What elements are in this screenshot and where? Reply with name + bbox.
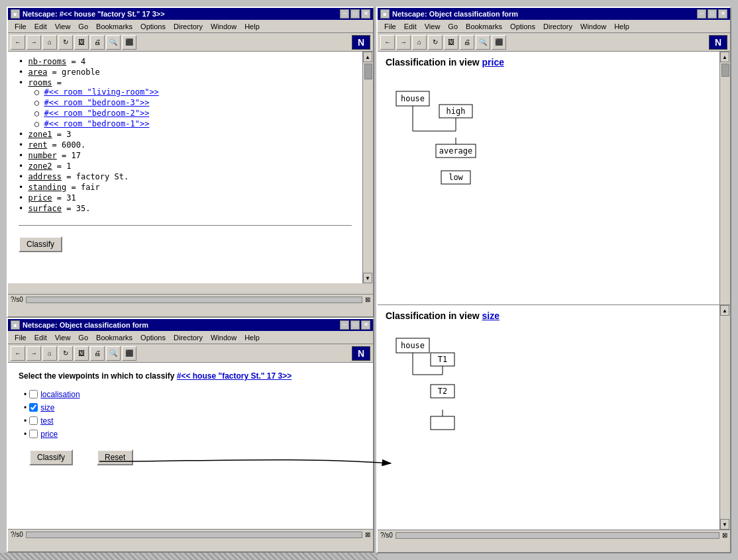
background-hatch-bottom bbox=[0, 553, 378, 560]
menu-window-r[interactable]: Window bbox=[576, 22, 610, 31]
back-btn-1[interactable]: ← bbox=[11, 35, 25, 50]
label-price[interactable]: price bbox=[40, 430, 58, 439]
menu-options-2[interactable]: Options bbox=[136, 333, 170, 342]
menu-directory-r[interactable]: Directory bbox=[539, 22, 576, 31]
classif-price-title: Classification in view price bbox=[378, 52, 730, 73]
classify-button-top[interactable]: Classify bbox=[19, 236, 62, 252]
menu-window-1[interactable]: Window bbox=[207, 22, 240, 31]
window-right: ■ Netscape: Object classification form ─… bbox=[376, 7, 731, 553]
menu-help-1[interactable]: Help bbox=[240, 22, 264, 31]
toolbar-right: ← → ⌂ ↻ 🖼 🖨 🔍 ⬛ N bbox=[378, 33, 730, 52]
reload-btn-r[interactable]: ↻ bbox=[428, 35, 443, 50]
price-view-link[interactable]: price bbox=[482, 57, 504, 68]
minimize-btn-top-left[interactable]: ─ bbox=[340, 9, 349, 19]
back-btn-r[interactable]: ← bbox=[380, 35, 395, 50]
forward-btn-2[interactable]: → bbox=[26, 346, 41, 361]
print-btn-r[interactable]: 🖨 bbox=[460, 35, 474, 50]
home-btn-2[interactable]: ⌂ bbox=[42, 346, 57, 361]
find-btn-1[interactable]: 🔍 bbox=[106, 35, 121, 50]
close-btn-right[interactable]: ✕ bbox=[718, 9, 727, 19]
room-link-1[interactable]: #<< room "living-room">> bbox=[44, 87, 158, 97]
form-buttons: Classify Reset bbox=[19, 444, 352, 471]
status-icon-1: ?/s0 bbox=[11, 296, 23, 303]
menubar-top-left: File Edit View Go Bookmarks Options Dire… bbox=[8, 20, 373, 33]
netscape-logo-r: N bbox=[709, 35, 727, 50]
label-localisation[interactable]: localisation bbox=[40, 390, 79, 399]
svg-text:house: house bbox=[401, 94, 425, 103]
images-btn-1[interactable]: 🖼 bbox=[74, 35, 89, 50]
menu-help-2[interactable]: Help bbox=[240, 333, 264, 342]
menu-help-r[interactable]: Help bbox=[610, 22, 633, 31]
menu-edit-1[interactable]: Edit bbox=[30, 22, 51, 31]
checkbox-size-item: size bbox=[24, 403, 352, 412]
menu-file-2[interactable]: File bbox=[11, 333, 30, 342]
svg-text:T1: T1 bbox=[438, 355, 447, 364]
menu-bookmarks-r[interactable]: Bookmarks bbox=[462, 22, 506, 31]
toolbar-top-left: ← → ⌂ ↻ 🖼 🖨 🔍 ⬛ N bbox=[8, 33, 373, 52]
checkbox-test[interactable] bbox=[29, 416, 38, 425]
home-btn-r[interactable]: ⌂ bbox=[412, 35, 427, 50]
room-link-2[interactable]: #<< room "bedroom-3">> bbox=[44, 98, 149, 107]
netscape-logo-1: N bbox=[352, 35, 370, 50]
form-object-link[interactable]: #<< house "factory St." 17 3>> bbox=[177, 371, 291, 381]
forward-btn-r[interactable]: → bbox=[396, 35, 411, 50]
reset-button-form[interactable]: Reset bbox=[97, 449, 133, 465]
menu-view-r[interactable]: View bbox=[421, 22, 445, 31]
checkbox-price[interactable] bbox=[29, 430, 38, 438]
statusbar-top-left: ?/s0 ⊠ bbox=[8, 294, 373, 304]
room-link-4[interactable]: #<< room "bedroom-1">> bbox=[44, 119, 149, 128]
print-btn-1[interactable]: 🖨 bbox=[90, 35, 105, 50]
menu-window-2[interactable]: Window bbox=[207, 333, 240, 342]
menu-options-1[interactable]: Options bbox=[136, 22, 170, 31]
tree-size: house T1 T2 bbox=[378, 326, 643, 445]
minimize-btn-middle[interactable]: ─ bbox=[340, 320, 349, 330]
menu-view-1[interactable]: View bbox=[51, 22, 75, 31]
menu-go-r[interactable]: Go bbox=[444, 22, 462, 31]
status-right-1: ⊠ bbox=[365, 296, 370, 303]
close-btn-middle[interactable]: ✕ bbox=[361, 320, 370, 330]
menu-file-r[interactable]: File bbox=[380, 22, 400, 31]
status-right-r: ⊠ bbox=[722, 532, 727, 539]
minimize-btn-right[interactable]: ─ bbox=[697, 9, 706, 19]
label-size[interactable]: size bbox=[40, 403, 54, 412]
stop-btn-r[interactable]: ⬛ bbox=[492, 35, 506, 50]
menu-directory-2[interactable]: Directory bbox=[170, 333, 207, 342]
menu-bookmarks-2[interactable]: Bookmarks bbox=[92, 333, 136, 342]
size-view-link[interactable]: size bbox=[482, 310, 500, 321]
find-btn-2[interactable]: 🔍 bbox=[106, 346, 121, 361]
classify-button-form[interactable]: Classify bbox=[29, 449, 73, 465]
window-middle-left: ■ Netscape: Object classification form ─… bbox=[7, 318, 374, 553]
svg-rect-24 bbox=[431, 416, 454, 430]
reload-btn-1[interactable]: ↻ bbox=[58, 35, 73, 50]
forward-btn-1[interactable]: → bbox=[26, 35, 41, 50]
menu-bookmarks-1[interactable]: Bookmarks bbox=[92, 22, 136, 31]
find-btn-r[interactable]: 🔍 bbox=[476, 35, 490, 50]
images-btn-r[interactable]: 🖼 bbox=[444, 35, 458, 50]
menu-options-r[interactable]: Options bbox=[506, 22, 539, 31]
menu-edit-r[interactable]: Edit bbox=[400, 22, 421, 31]
menu-go-2[interactable]: Go bbox=[74, 333, 92, 342]
checkbox-localisation[interactable] bbox=[29, 390, 38, 398]
room-link-3[interactable]: #<< room "bedroom-2">> bbox=[44, 109, 149, 118]
close-btn-top-left[interactable]: ✕ bbox=[361, 9, 370, 19]
reload-btn-2[interactable]: ↻ bbox=[58, 346, 73, 361]
stop-btn-2[interactable]: ⬛ bbox=[122, 346, 136, 361]
menu-edit-2[interactable]: Edit bbox=[30, 333, 51, 342]
images-btn-2[interactable]: 🖼 bbox=[74, 346, 89, 361]
home-btn-1[interactable]: ⌂ bbox=[42, 35, 57, 50]
menu-go-1[interactable]: Go bbox=[74, 22, 92, 31]
maximize-btn-middle[interactable]: □ bbox=[350, 320, 360, 330]
print-btn-2[interactable]: 🖨 bbox=[90, 346, 105, 361]
maximize-btn-right[interactable]: □ bbox=[708, 9, 717, 19]
stop-btn-1[interactable]: ⬛ bbox=[122, 35, 136, 50]
maximize-btn-top-left[interactable]: □ bbox=[350, 9, 360, 19]
titlebar-top-left: ■ Netscape: #<< house "factory St." 17 3… bbox=[8, 8, 373, 20]
form-area: Select the viewpoints in which to classi… bbox=[8, 363, 362, 479]
back-btn-2[interactable]: ← bbox=[11, 346, 25, 361]
svg-text:high: high bbox=[447, 107, 466, 116]
menu-view-2[interactable]: View bbox=[51, 333, 75, 342]
menu-file-1[interactable]: File bbox=[11, 22, 30, 31]
menu-directory-1[interactable]: Directory bbox=[170, 22, 207, 31]
label-test[interactable]: test bbox=[40, 416, 53, 426]
checkbox-size[interactable] bbox=[29, 403, 38, 412]
